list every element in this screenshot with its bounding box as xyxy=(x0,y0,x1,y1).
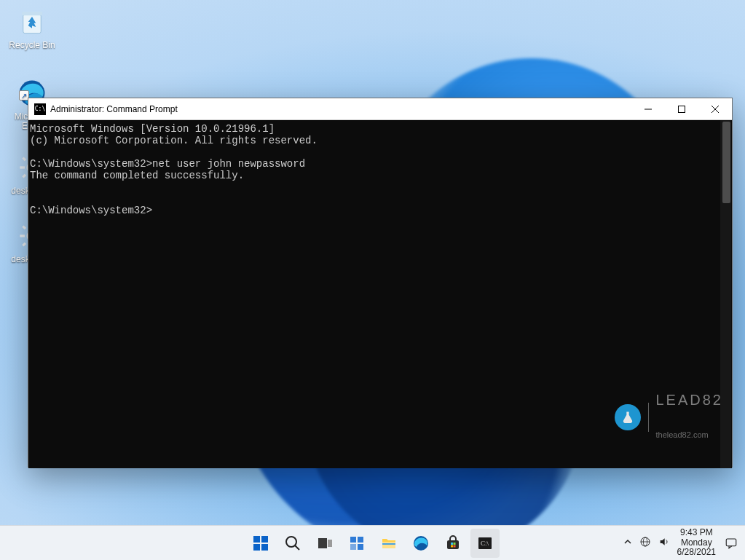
task-view-icon xyxy=(316,535,334,552)
svg-rect-43 xyxy=(451,543,453,545)
volume-button[interactable] xyxy=(658,536,670,550)
edge-icon xyxy=(412,535,430,552)
svg-point-31 xyxy=(286,537,296,547)
watermark: LEAD82 thelead82.com xyxy=(615,371,724,464)
svg-rect-30 xyxy=(261,544,268,551)
network-button[interactable] xyxy=(639,536,651,550)
svg-rect-33 xyxy=(318,538,327,548)
chevron-up-icon xyxy=(623,537,632,546)
taskbar-clock[interactable]: 9:43 PM Monday 6/28/2021 xyxy=(677,528,716,558)
notifications-button[interactable] xyxy=(723,535,739,551)
speaker-icon xyxy=(658,536,670,548)
desktop-icon-recycle-bin[interactable]: Recycle Bin xyxy=(4,4,60,50)
start-button[interactable] xyxy=(246,529,275,558)
flask-icon xyxy=(615,404,641,430)
folder-icon xyxy=(380,535,398,552)
svg-rect-35 xyxy=(350,537,356,543)
file-explorer-button[interactable] xyxy=(374,529,403,558)
desktop-icon-label: Recycle Bin xyxy=(4,41,60,50)
svg-rect-52 xyxy=(726,539,736,546)
svg-rect-28 xyxy=(261,536,268,543)
store-button[interactable] xyxy=(438,529,468,558)
store-icon xyxy=(444,535,462,552)
recycle-bin-icon xyxy=(15,4,50,39)
maximize-button[interactable] xyxy=(665,98,698,119)
cmd-taskbar-button[interactable]: C:\ xyxy=(470,529,500,558)
svg-rect-11 xyxy=(22,174,26,178)
svg-rect-44 xyxy=(453,543,455,545)
svg-rect-1 xyxy=(22,12,42,15)
scrollbar-thumb[interactable] xyxy=(722,122,730,203)
terminal-line: C:\Windows\system32>net user john newpas… xyxy=(30,158,305,170)
desktop: Recycle Bin ↗ Microsoft Edge desktop.ini xyxy=(0,0,745,560)
svg-rect-8 xyxy=(22,157,26,161)
system-tray: 9:43 PM Monday 6/28/2021 xyxy=(623,526,739,560)
task-view-button[interactable] xyxy=(310,529,339,558)
chat-icon xyxy=(725,537,738,550)
svg-rect-24 xyxy=(679,106,685,112)
widgets-icon xyxy=(348,535,366,552)
svg-rect-46 xyxy=(453,545,455,547)
svg-rect-29 xyxy=(253,544,260,551)
command-prompt-window[interactable]: C:\ Administrator: Command Prompt Micros… xyxy=(28,98,733,468)
terminal-icon: C:\ xyxy=(476,535,494,552)
clock-time: 9:43 PM xyxy=(677,528,716,538)
svg-rect-37 xyxy=(350,544,356,550)
globe-icon xyxy=(639,536,651,548)
svg-rect-6 xyxy=(20,166,25,168)
watermark-site: thelead82.com xyxy=(656,429,724,441)
svg-rect-18 xyxy=(22,225,26,229)
taskbar: C:\ 9:43 PM Monday 6/28/2021 xyxy=(0,525,745,560)
svg-rect-39 xyxy=(382,542,395,548)
taskbar-center: C:\ xyxy=(246,526,500,560)
svg-rect-36 xyxy=(358,537,363,543)
svg-rect-38 xyxy=(358,544,363,550)
svg-rect-34 xyxy=(328,540,332,547)
watermark-brand: LEAD82 xyxy=(656,394,724,406)
window-title: Administrator: Command Prompt xyxy=(50,104,631,114)
svg-rect-40 xyxy=(382,543,395,545)
svg-rect-21 xyxy=(22,242,26,247)
svg-rect-45 xyxy=(451,545,453,547)
clock-date: 6/28/2021 xyxy=(677,548,716,558)
terminal-line: Microsoft Windows [Version 10.0.21996.1] xyxy=(30,123,275,135)
svg-line-32 xyxy=(295,545,299,550)
search-icon xyxy=(284,535,301,552)
terminal-line: (c) Microsoft Corporation. All rights re… xyxy=(30,135,318,146)
svg-text:C:\: C:\ xyxy=(481,540,489,547)
terminal-line: The command completed successfully. xyxy=(30,170,244,181)
clock-day: Monday xyxy=(677,538,716,548)
widgets-button[interactable] xyxy=(342,529,371,558)
tray-overflow-button[interactable] xyxy=(623,537,632,548)
edge-taskbar-button[interactable] xyxy=(406,529,435,558)
terminal-line: C:\Windows\system32> xyxy=(30,205,152,216)
svg-rect-27 xyxy=(253,536,260,543)
cmd-icon: C:\ xyxy=(34,103,46,115)
terminal-body[interactable]: Microsoft Windows [Version 10.0.21996.1]… xyxy=(28,120,732,468)
search-button[interactable] xyxy=(278,529,307,558)
svg-rect-16 xyxy=(20,234,25,237)
close-button[interactable] xyxy=(698,98,732,119)
window-titlebar[interactable]: C:\ Administrator: Command Prompt xyxy=(28,98,732,120)
minimize-button[interactable] xyxy=(631,98,665,119)
